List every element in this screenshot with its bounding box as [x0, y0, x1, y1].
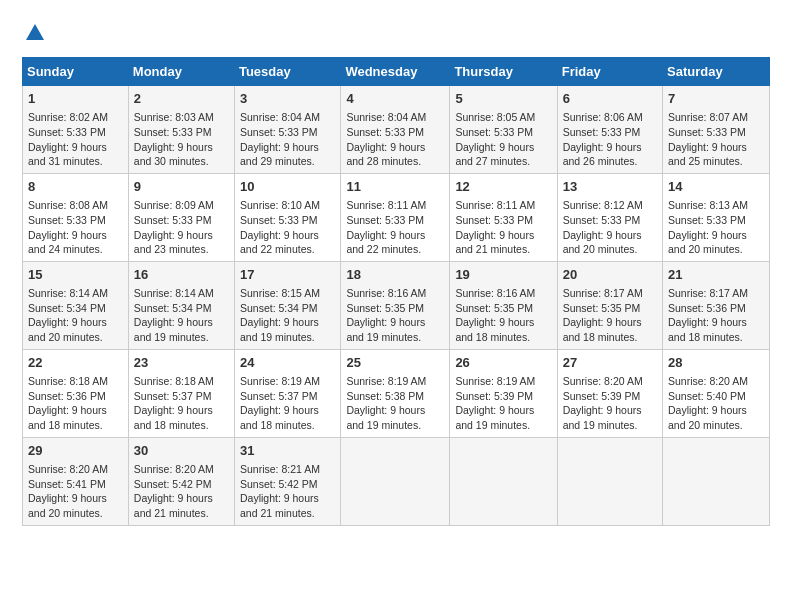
day-info: Daylight: 9 hours	[668, 315, 764, 330]
day-number: 6	[563, 90, 657, 108]
calendar-body: 1Sunrise: 8:02 AMSunset: 5:33 PMDaylight…	[23, 86, 770, 526]
day-info: Sunrise: 8:19 AM	[346, 374, 444, 389]
day-info: Sunset: 5:38 PM	[346, 389, 444, 404]
calendar-cell: 14Sunrise: 8:13 AMSunset: 5:33 PMDayligh…	[663, 173, 770, 261]
day-number: 13	[563, 178, 657, 196]
calendar-cell: 20Sunrise: 8:17 AMSunset: 5:35 PMDayligh…	[557, 261, 662, 349]
day-info: Sunrise: 8:04 AM	[346, 110, 444, 125]
day-info: Sunset: 5:36 PM	[28, 389, 123, 404]
calendar-cell: 16Sunrise: 8:14 AMSunset: 5:34 PMDayligh…	[128, 261, 234, 349]
day-info: Sunset: 5:40 PM	[668, 389, 764, 404]
day-info: and 18 minutes.	[28, 418, 123, 433]
day-number: 21	[668, 266, 764, 284]
day-info: Sunset: 5:41 PM	[28, 477, 123, 492]
day-info: Daylight: 9 hours	[134, 491, 229, 506]
calendar-cell: 28Sunrise: 8:20 AMSunset: 5:40 PMDayligh…	[663, 349, 770, 437]
calendar-cell: 21Sunrise: 8:17 AMSunset: 5:36 PMDayligh…	[663, 261, 770, 349]
day-number: 15	[28, 266, 123, 284]
day-info: Sunrise: 8:21 AM	[240, 462, 335, 477]
calendar-cell: 26Sunrise: 8:19 AMSunset: 5:39 PMDayligh…	[450, 349, 557, 437]
day-number: 16	[134, 266, 229, 284]
day-info: Sunset: 5:33 PM	[346, 125, 444, 140]
day-number: 31	[240, 442, 335, 460]
weekday-header-thursday: Thursday	[450, 58, 557, 86]
week-row-5: 29Sunrise: 8:20 AMSunset: 5:41 PMDayligh…	[23, 437, 770, 525]
day-info: Sunset: 5:33 PM	[28, 213, 123, 228]
calendar-cell: 24Sunrise: 8:19 AMSunset: 5:37 PMDayligh…	[234, 349, 340, 437]
day-info: Sunset: 5:33 PM	[668, 125, 764, 140]
calendar-cell: 18Sunrise: 8:16 AMSunset: 5:35 PMDayligh…	[341, 261, 450, 349]
day-info: Sunset: 5:34 PM	[240, 301, 335, 316]
calendar-cell: 29Sunrise: 8:20 AMSunset: 5:41 PMDayligh…	[23, 437, 129, 525]
day-info: Daylight: 9 hours	[240, 491, 335, 506]
day-info: and 29 minutes.	[240, 154, 335, 169]
day-number: 22	[28, 354, 123, 372]
calendar-cell: 8Sunrise: 8:08 AMSunset: 5:33 PMDaylight…	[23, 173, 129, 261]
day-info: and 19 minutes.	[134, 330, 229, 345]
day-info: Sunrise: 8:03 AM	[134, 110, 229, 125]
day-info: Sunrise: 8:11 AM	[346, 198, 444, 213]
day-info: Daylight: 9 hours	[346, 315, 444, 330]
calendar-cell: 7Sunrise: 8:07 AMSunset: 5:33 PMDaylight…	[663, 86, 770, 174]
day-info: Daylight: 9 hours	[455, 228, 551, 243]
week-row-3: 15Sunrise: 8:14 AMSunset: 5:34 PMDayligh…	[23, 261, 770, 349]
day-info: Sunset: 5:35 PM	[563, 301, 657, 316]
header	[22, 18, 770, 49]
day-info: Sunset: 5:39 PM	[455, 389, 551, 404]
day-info: Sunset: 5:42 PM	[134, 477, 229, 492]
week-row-4: 22Sunrise: 8:18 AMSunset: 5:36 PMDayligh…	[23, 349, 770, 437]
calendar-cell: 27Sunrise: 8:20 AMSunset: 5:39 PMDayligh…	[557, 349, 662, 437]
day-info: Daylight: 9 hours	[240, 140, 335, 155]
day-number: 25	[346, 354, 444, 372]
day-info: Sunrise: 8:16 AM	[346, 286, 444, 301]
day-number: 12	[455, 178, 551, 196]
day-info: Daylight: 9 hours	[134, 228, 229, 243]
day-info: and 20 minutes.	[28, 506, 123, 521]
day-info: Sunrise: 8:19 AM	[240, 374, 335, 389]
calendar-cell: 13Sunrise: 8:12 AMSunset: 5:33 PMDayligh…	[557, 173, 662, 261]
day-info: Sunset: 5:42 PM	[240, 477, 335, 492]
day-info: Sunset: 5:33 PM	[563, 213, 657, 228]
day-info: Daylight: 9 hours	[346, 403, 444, 418]
logo-icon	[24, 22, 46, 44]
day-info: Sunrise: 8:04 AM	[240, 110, 335, 125]
day-number: 30	[134, 442, 229, 460]
day-info: and 19 minutes.	[455, 418, 551, 433]
day-info: Sunset: 5:33 PM	[563, 125, 657, 140]
day-info: Daylight: 9 hours	[28, 315, 123, 330]
day-info: and 23 minutes.	[134, 242, 229, 257]
day-info: and 25 minutes.	[668, 154, 764, 169]
day-info: Sunrise: 8:20 AM	[134, 462, 229, 477]
weekday-header-monday: Monday	[128, 58, 234, 86]
calendar-cell: 22Sunrise: 8:18 AMSunset: 5:36 PMDayligh…	[23, 349, 129, 437]
day-info: and 20 minutes.	[563, 242, 657, 257]
day-info: Sunrise: 8:08 AM	[28, 198, 123, 213]
page: SundayMondayTuesdayWednesdayThursdayFrid…	[0, 0, 792, 536]
day-info: Sunset: 5:37 PM	[134, 389, 229, 404]
calendar-cell: 12Sunrise: 8:11 AMSunset: 5:33 PMDayligh…	[450, 173, 557, 261]
day-number: 2	[134, 90, 229, 108]
day-info: and 20 minutes.	[668, 242, 764, 257]
day-info: Sunrise: 8:09 AM	[134, 198, 229, 213]
day-number: 26	[455, 354, 551, 372]
day-number: 18	[346, 266, 444, 284]
day-info: Sunrise: 8:15 AM	[240, 286, 335, 301]
day-info: and 19 minutes.	[240, 330, 335, 345]
day-info: and 19 minutes.	[563, 418, 657, 433]
day-number: 7	[668, 90, 764, 108]
calendar-cell: 5Sunrise: 8:05 AMSunset: 5:33 PMDaylight…	[450, 86, 557, 174]
day-info: Daylight: 9 hours	[240, 228, 335, 243]
day-number: 9	[134, 178, 229, 196]
day-info: Sunset: 5:36 PM	[668, 301, 764, 316]
day-info: Daylight: 9 hours	[455, 315, 551, 330]
day-info: Daylight: 9 hours	[346, 228, 444, 243]
day-info: Sunrise: 8:10 AM	[240, 198, 335, 213]
calendar-cell: 10Sunrise: 8:10 AMSunset: 5:33 PMDayligh…	[234, 173, 340, 261]
weekday-header-wednesday: Wednesday	[341, 58, 450, 86]
day-number: 3	[240, 90, 335, 108]
day-info: Sunrise: 8:11 AM	[455, 198, 551, 213]
day-number: 27	[563, 354, 657, 372]
day-number: 1	[28, 90, 123, 108]
weekday-header-tuesday: Tuesday	[234, 58, 340, 86]
day-number: 5	[455, 90, 551, 108]
